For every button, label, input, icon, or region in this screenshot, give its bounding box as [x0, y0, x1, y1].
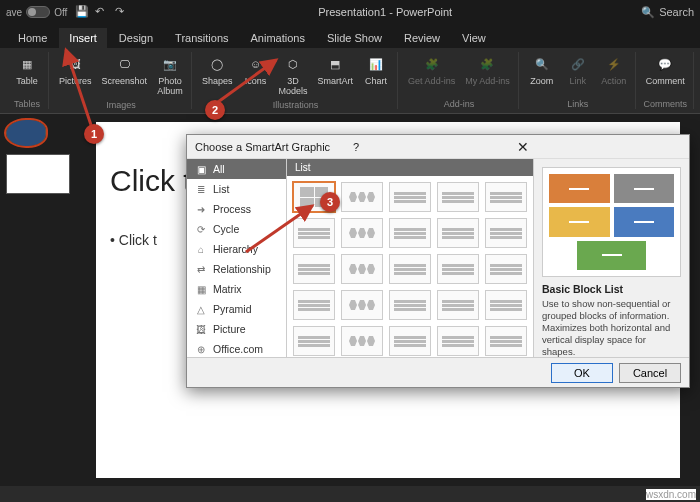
redo-icon[interactable]: ↷ — [115, 5, 129, 19]
ribbon-button-label: SmartArt — [318, 76, 354, 86]
smartart-option[interactable] — [485, 182, 527, 212]
preview-panel: Basic Block List Use to show non-sequent… — [533, 159, 689, 357]
3d-models-button[interactable]: ⬡3D Models — [275, 52, 312, 98]
watermark: wsxdn.com — [646, 489, 696, 500]
zoom-button[interactable]: 🔍Zoom — [525, 52, 559, 88]
smartart-option[interactable] — [389, 254, 431, 284]
cancel-button[interactable]: Cancel — [619, 363, 681, 383]
smartart-option[interactable] — [437, 290, 479, 320]
category-label: Cycle — [213, 223, 239, 235]
table-button[interactable]: ▦Table — [10, 52, 44, 88]
category-office-com[interactable]: ⊕Office.com — [187, 339, 286, 357]
smartart-option[interactable] — [389, 326, 431, 356]
dialog-body: ▣All≣List➜Process⟳Cycle⌂Hierarchy⇄Relati… — [187, 159, 689, 357]
category-icon: ≣ — [195, 183, 207, 195]
smartart-option[interactable] — [341, 218, 383, 248]
smartart-option[interactable] — [341, 326, 383, 356]
smartart-option[interactable] — [437, 254, 479, 284]
tab-review[interactable]: Review — [394, 28, 450, 48]
ok-button[interactable]: OK — [551, 363, 613, 383]
smartart-option[interactable] — [485, 326, 527, 356]
tab-view[interactable]: View — [452, 28, 496, 48]
tab-animations[interactable]: Animations — [241, 28, 315, 48]
category-process[interactable]: ➜Process — [187, 199, 286, 219]
close-icon[interactable]: ✕ — [511, 139, 681, 155]
tab-insert[interactable]: Insert — [59, 28, 107, 48]
save-icon[interactable]: 💾 — [75, 5, 89, 19]
layout-preview-icon — [490, 264, 522, 275]
smartart-option[interactable] — [485, 290, 527, 320]
smartart-option[interactable] — [293, 218, 335, 248]
category-icon: 🖼 — [195, 323, 207, 335]
smartart-option[interactable] — [437, 326, 479, 356]
preview-block — [549, 207, 610, 236]
preview-title: Basic Block List — [542, 283, 681, 295]
layout-preview-icon — [442, 228, 474, 239]
tab-home[interactable]: Home — [8, 28, 57, 48]
screenshot-button[interactable]: 🖵Screenshot — [98, 52, 152, 88]
tab-design[interactable]: Design — [109, 28, 163, 48]
smartart-option[interactable] — [389, 218, 431, 248]
quick-access-toolbar: 💾 ↶ ↷ — [75, 5, 129, 19]
category-hierarchy[interactable]: ⌂Hierarchy — [187, 239, 286, 259]
photo-album-icon: 📷 — [160, 54, 180, 74]
group-images: 🖼Pictures🖵Screenshot📷Photo AlbumImages — [51, 52, 192, 109]
slide-thumb-2[interactable] — [6, 154, 70, 194]
ribbon-button-label: Icons — [245, 76, 267, 86]
annotation-2: 2 — [205, 100, 225, 120]
search-box[interactable]: 🔍 Search — [641, 6, 694, 19]
autosave-toggle[interactable]: ave Off — [6, 6, 67, 18]
slide-body-placeholder[interactable]: • Click t — [110, 232, 157, 248]
toggle-icon[interactable] — [26, 6, 50, 18]
layout-preview-icon — [394, 228, 426, 239]
shape-preview-icon — [7, 120, 45, 146]
smartart-option[interactable] — [389, 182, 431, 212]
smartart-button[interactable]: ⬒SmartArt — [314, 52, 358, 88]
photo-album-button[interactable]: 📷Photo Album — [153, 52, 187, 98]
help-button[interactable]: ? — [353, 141, 511, 153]
category-label: Process — [213, 203, 251, 215]
smartart-option[interactable] — [293, 290, 335, 320]
smartart-option[interactable] — [485, 254, 527, 284]
category-label: Hierarchy — [213, 243, 258, 255]
chart-icon: 📊 — [366, 54, 386, 74]
category-matrix[interactable]: ▦Matrix — [187, 279, 286, 299]
smartart-option[interactable] — [341, 182, 383, 212]
category-pyramid[interactable]: △Pyramid — [187, 299, 286, 319]
smartart-option[interactable] — [485, 218, 527, 248]
category-label: Pyramid — [213, 303, 252, 315]
shapes-button[interactable]: ◯Shapes — [198, 52, 237, 88]
tab-slide-show[interactable]: Slide Show — [317, 28, 392, 48]
category-picture[interactable]: 🖼Picture — [187, 319, 286, 339]
category-cycle[interactable]: ⟳Cycle — [187, 219, 286, 239]
layout-preview-icon — [394, 264, 426, 275]
layout-preview-icon — [394, 300, 426, 311]
group-illustrations: ◯Shapes☺Icons⬡3D Models⬒SmartArt📊ChartIl… — [194, 52, 398, 109]
comment-button[interactable]: 💬Comment — [642, 52, 689, 88]
dialog-titlebar: Choose a SmartArt Graphic ? ✕ — [187, 135, 689, 159]
table-icon: ▦ — [17, 54, 37, 74]
smartart-option[interactable] — [437, 182, 479, 212]
category-list: ▣All≣List➜Process⟳Cycle⌂Hierarchy⇄Relati… — [187, 159, 287, 357]
tab-transitions[interactable]: Transitions — [165, 28, 238, 48]
layout-preview-icon — [442, 192, 474, 203]
category-list[interactable]: ≣List — [187, 179, 286, 199]
shapes-icon: ◯ — [207, 54, 227, 74]
smartart-option[interactable] — [437, 218, 479, 248]
smartart-option[interactable] — [389, 290, 431, 320]
smartart-option[interactable] — [293, 326, 335, 356]
undo-icon[interactable]: ↶ — [95, 5, 109, 19]
category-icon: ⌂ — [195, 243, 207, 255]
ribbon-button-label: Table — [16, 76, 38, 86]
icons-button[interactable]: ☺Icons — [239, 52, 273, 88]
pictures-button[interactable]: 🖼Pictures — [55, 52, 96, 88]
smartart-option[interactable] — [293, 254, 335, 284]
smartart-option[interactable] — [341, 290, 383, 320]
category-all[interactable]: ▣All — [187, 159, 286, 179]
chart-button[interactable]: 📊Chart — [359, 52, 393, 88]
slide-thumb-1[interactable] — [6, 120, 46, 146]
category-relationship[interactable]: ⇄Relationship — [187, 259, 286, 279]
action-button: ⚡Action — [597, 52, 631, 88]
slide-title-placeholder[interactable]: Click t — [110, 164, 192, 198]
smartart-option[interactable] — [341, 254, 383, 284]
